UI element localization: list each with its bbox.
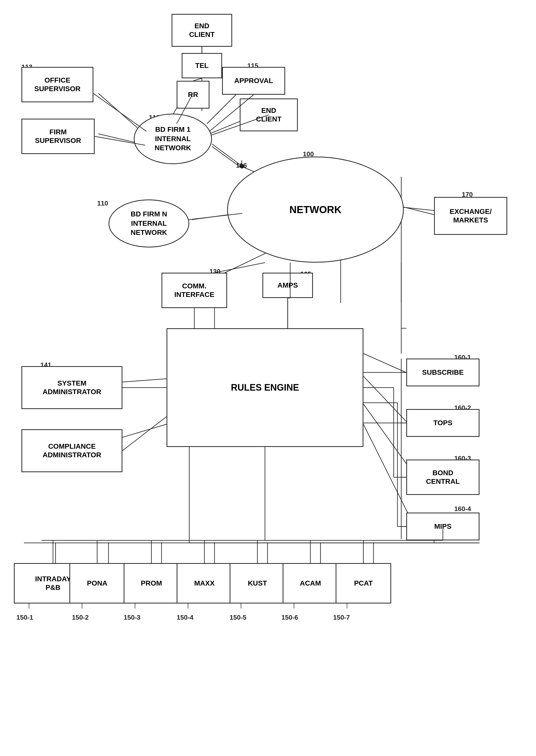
pona-box: PONA [69,563,125,603]
office-supervisor-box: OFFICESUPERVISOR [21,67,93,102]
kust-box: KUST [230,563,285,603]
svg-line-17 [363,404,409,467]
end-client2-box: ENDCLIENT [240,98,298,131]
amps-box: AMPS [262,273,313,298]
acam-box: ACAM [283,563,338,603]
tops-box: TOPS [406,409,480,437]
network-diagram: 112 117 113 115 111 112' 114 110 116 100… [0,0,536,756]
subscribe-box: SUBSCRIBE [406,359,480,386]
svg-line-18 [363,424,409,515]
bond-central-box: BONDCENTRAL [406,459,480,495]
svg-line-34 [193,78,202,81]
maxx-box: MAXX [177,563,232,603]
bd-firmN-ellipse: BD FIRM NINTERNALNETWORK [109,199,189,247]
pcat-box: PCAT [336,563,391,603]
compliance-admin-box: COMPLIANCEADMINISTRATOR [21,429,122,472]
ref-150-4: 150-4 [177,614,193,622]
network-ellipse: NETWORK [227,157,404,263]
bd-firm1-ellipse: BD FIRM 1INTERNALNETWORK [134,114,212,164]
comm-interface-box: COMM.INTERFACE [161,273,227,308]
ref-160-4: 160-4 [454,505,471,513]
svg-line-44 [404,207,434,215]
mips-box: MIPS [406,513,480,540]
svg-line-7 [212,146,240,167]
svg-line-45 [215,263,265,273]
svg-line-15 [363,353,409,374]
ref-150-2: 150-2 [72,614,89,622]
end-client-top-box: ENDCLIENT [172,14,232,47]
rules-engine-box: RULES ENGINE [167,328,363,447]
ref-110-left: 110 [97,199,108,207]
ref-150-5: 150-5 [230,614,247,622]
ref-150-6: 150-6 [282,614,298,622]
svg-line-3 [98,93,141,131]
firm-supervisor-box: FIRMSUPERVISOR [21,119,95,154]
system-admin-box: SYSTEMADMINISTRATOR [21,366,122,409]
ref-150-7: 150-7 [333,614,350,622]
exchange-markets-box: EXCHANGE/MARKETS [434,197,507,235]
svg-line-16 [363,376,409,424]
approval-box: APPROVAL [222,67,285,95]
ref-150-3: 150-3 [124,614,141,622]
rr-box: RR [177,81,210,109]
svg-line-36 [93,93,146,131]
prom-box: PROM [124,563,179,603]
ref-150-1: 150-1 [17,614,33,622]
tel-box: TEL [182,53,222,78]
junction-116 [241,165,244,168]
svg-line-66 [122,416,167,451]
